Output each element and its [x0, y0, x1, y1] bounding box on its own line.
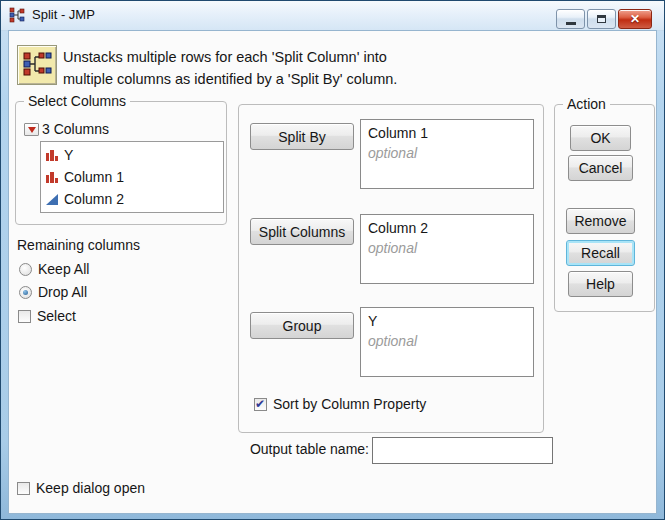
split-by-optional-hint: optional [368, 143, 526, 163]
split-columns-button[interactable]: Split Columns [250, 218, 354, 245]
checkbox-icon[interactable] [18, 310, 31, 323]
checkbox-label: Select [37, 308, 76, 324]
cancel-button[interactable]: Cancel [568, 155, 633, 181]
radio-icon[interactable] [19, 263, 32, 276]
dialog-client-area: Unstacks multiple rows for each 'Split C… [8, 30, 657, 514]
select-columns-title: Select Columns [24, 93, 130, 109]
select-columns-group: Select Columns 3 Columns Y Column 1 [15, 101, 227, 225]
titlebar: Split - JMP ✕ [1, 1, 664, 31]
help-button-label: Help [586, 276, 615, 292]
split-columns-list[interactable]: Column 2 optional [360, 214, 534, 284]
ok-button[interactable]: OK [570, 125, 631, 151]
action-group-title: Action [563, 96, 610, 112]
group-optional-hint: optional [368, 331, 526, 351]
keep-dialog-open-label: Keep dialog open [36, 480, 145, 496]
minimize-button[interactable] [556, 9, 585, 29]
remove-button-label: Remove [574, 213, 626, 229]
split-by-button-label: Split By [278, 129, 325, 145]
column-name: Y [64, 147, 73, 163]
red-triangle-icon [28, 127, 36, 133]
assignment-panel: Split By Column 1 optional Split Columns… [238, 104, 544, 433]
continuous-column-icon [45, 192, 59, 206]
maximize-icon [597, 15, 606, 23]
cancel-button-label: Cancel [579, 160, 623, 176]
output-table-name-input[interactable] [372, 437, 553, 464]
keep-dialog-open-row[interactable]: Keep dialog open [17, 480, 145, 496]
radio-label: Drop All [38, 284, 87, 300]
recall-button-label: Recall [581, 245, 620, 261]
radio-selected-icon[interactable] [19, 286, 32, 299]
split-columns-value: Column 2 [368, 218, 526, 238]
split-description-icon [17, 45, 57, 85]
checked-checkbox-icon[interactable] [254, 398, 267, 411]
description-line1: Unstacks multiple rows for each 'Split C… [63, 46, 397, 68]
app-split-icon [9, 7, 26, 24]
column-name: Column 1 [64, 169, 124, 185]
close-button[interactable]: ✕ [618, 9, 652, 29]
sort-checkbox-label: Sort by Column Property [273, 396, 426, 412]
radio-drop-all[interactable]: Drop All [19, 284, 87, 300]
radio-label: Keep All [38, 261, 89, 277]
nominal-column-icon [45, 148, 59, 162]
dialog-description: Unstacks multiple rows for each 'Split C… [63, 46, 397, 90]
split-by-list[interactable]: Column 1 optional [360, 119, 534, 189]
column-list[interactable]: Y Column 1 Column 2 [40, 141, 224, 213]
output-table-name-label: Output table name: [233, 441, 369, 457]
split-dialog-window: Split - JMP ✕ Unstacks multiple rows for… [0, 0, 665, 520]
split-by-button[interactable]: Split By [250, 123, 354, 150]
radio-keep-all[interactable]: Keep All [19, 261, 89, 277]
group-button[interactable]: Group [250, 312, 354, 339]
split-diagram-icon [21, 49, 53, 81]
remove-button[interactable]: Remove [566, 208, 635, 234]
remaining-columns-label: Remaining columns [17, 237, 140, 253]
description-line2: multiple columns as identified by a 'Spl… [63, 68, 397, 90]
split-by-value: Column 1 [368, 123, 526, 143]
ok-button-label: OK [590, 130, 610, 146]
nominal-column-icon [45, 170, 59, 184]
column-name: Column 2 [64, 191, 124, 207]
close-icon: ✕ [630, 13, 640, 25]
group-value: Y [368, 311, 526, 331]
window-title: Split - JMP [32, 7, 95, 22]
group-button-label: Group [283, 318, 322, 334]
minimize-icon [566, 22, 576, 25]
select-checkbox-row[interactable]: Select [18, 308, 76, 324]
help-button[interactable]: Help [568, 271, 633, 297]
red-triangle-menu-button[interactable] [24, 123, 39, 136]
split-columns-optional-hint: optional [368, 238, 526, 258]
checkbox-icon[interactable] [17, 482, 30, 495]
remaining-columns-text: Remaining columns [17, 237, 140, 253]
recall-button[interactable]: Recall [566, 240, 635, 266]
split-columns-button-label: Split Columns [259, 224, 345, 240]
list-item[interactable]: Column 1 [45, 166, 219, 188]
list-item[interactable]: Column 2 [45, 188, 219, 210]
list-item[interactable]: Y [45, 144, 219, 166]
maximize-button[interactable] [587, 9, 616, 29]
window-controls: ✕ [556, 9, 652, 29]
group-list[interactable]: Y optional [360, 307, 534, 377]
sort-by-column-property-row[interactable]: Sort by Column Property [254, 396, 426, 412]
action-group: Action OK Cancel Remove Recall Help [554, 104, 655, 312]
column-count-label: 3 Columns [42, 121, 109, 137]
